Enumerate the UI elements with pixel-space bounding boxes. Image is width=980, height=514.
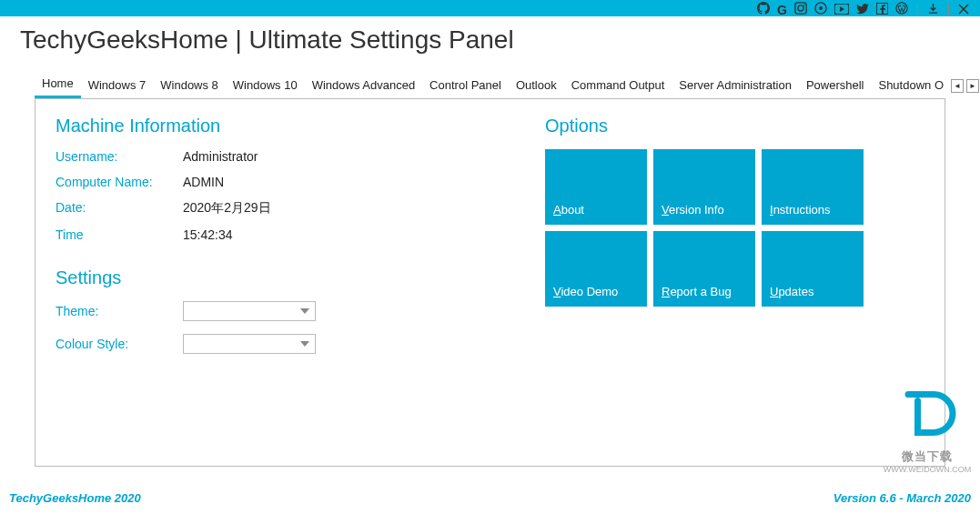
machine-info-heading: Machine Information: [56, 116, 510, 136]
app-title: TechyGeeksHome | Ultimate Settings Panel: [20, 25, 980, 55]
wordpress-icon[interactable]: [895, 2, 908, 17]
computer-label: Computer Name:: [56, 175, 183, 189]
settings-section: Settings Theme: Colour Style:: [56, 267, 510, 354]
tile-label: About: [553, 203, 584, 217]
main-panel: Machine Information Username: Administra…: [35, 98, 945, 467]
username-value: Administrator: [183, 149, 258, 164]
tile-label: Instructions: [770, 203, 831, 217]
tab-outlook[interactable]: Outlook: [509, 75, 564, 97]
tile-label: Report a Bug: [662, 285, 732, 298]
footer-right: Version 6.6 - March 2020: [834, 491, 971, 505]
pinterest-icon[interactable]: [814, 2, 827, 17]
google-icon[interactable]: G: [777, 3, 787, 17]
colour-row: Colour Style:: [56, 334, 510, 354]
svg-point-1: [798, 5, 803, 11]
top-icon-row: G: [757, 2, 975, 17]
download-icon[interactable]: [927, 3, 939, 17]
tab-powershell[interactable]: Powershell: [799, 75, 872, 97]
date-row: Date: 2020年2月29日: [56, 200, 510, 217]
chevron-down-icon: [300, 341, 309, 347]
colour-label: Colour Style:: [56, 337, 183, 351]
tab-windows7[interactable]: Windows 7: [81, 75, 154, 97]
options-tiles: About Version Info Instructions Video De…: [545, 149, 873, 307]
theme-label: Theme:: [56, 304, 183, 318]
tile-label: Version Info: [662, 203, 724, 217]
settings-heading: Settings: [56, 267, 510, 288]
tab-strip: Home Windows 7 Windows 8 Windows 10 Wind…: [35, 73, 945, 98]
tile-label: Updates: [770, 285, 813, 298]
date-value: 2020年2月29日: [183, 200, 271, 217]
computer-row: Computer Name: ADMIN: [56, 175, 510, 189]
computer-value: ADMIN: [183, 175, 224, 189]
svg-point-2: [803, 5, 805, 6]
footer-left: TechyGeeksHome 2020: [9, 491, 141, 505]
tab-control-panel[interactable]: Control Panel: [422, 75, 509, 97]
instagram-icon[interactable]: [794, 2, 807, 17]
svg-point-4: [819, 6, 823, 10]
left-column: Machine Information Username: Administra…: [56, 116, 510, 367]
time-label: Time: [56, 227, 183, 242]
twitter-icon[interactable]: [856, 3, 869, 17]
separator: [917, 4, 918, 16]
tab-windows-advanced[interactable]: Windows Advanced: [305, 75, 422, 97]
github-icon[interactable]: [757, 2, 770, 17]
username-row: Username: Administrator: [56, 149, 510, 164]
tab-scroll-left[interactable]: ◄: [951, 79, 964, 93]
youtube-icon[interactable]: [834, 3, 849, 17]
colour-dropdown[interactable]: [183, 334, 316, 354]
tile-about[interactable]: About: [545, 149, 647, 225]
tab-command-output[interactable]: Command Output: [564, 75, 672, 97]
time-value: 15:42:34: [183, 227, 233, 242]
chevron-down-icon: [300, 308, 309, 314]
tile-label: Video Demo: [553, 285, 618, 298]
tab-windows10[interactable]: Windows 10: [226, 75, 305, 97]
right-column: Options About Version Info Instructions …: [545, 116, 873, 307]
tab-server-admin[interactable]: Server Administration: [672, 75, 799, 97]
facebook-icon[interactable]: [876, 3, 888, 17]
tab-windows8[interactable]: Windows 8: [153, 75, 226, 97]
tile-version-info[interactable]: Version Info: [653, 149, 755, 225]
footer: TechyGeeksHome 2020 Version 6.6 - March …: [9, 491, 971, 505]
title-area: TechyGeeksHome | Ultimate Settings Panel: [0, 16, 980, 64]
tab-scroll-right[interactable]: ►: [966, 79, 979, 93]
time-row: Time 15:42:34: [56, 227, 510, 242]
close-icon[interactable]: [958, 3, 969, 17]
svg-rect-0: [795, 3, 806, 14]
theme-row: Theme:: [56, 301, 510, 321]
tile-instructions[interactable]: Instructions: [762, 149, 864, 225]
theme-dropdown[interactable]: [183, 301, 316, 321]
tile-report-bug[interactable]: Report a Bug: [653, 231, 755, 307]
username-label: Username:: [56, 149, 183, 164]
separator: [948, 4, 949, 16]
tab-home[interactable]: Home: [35, 73, 81, 98]
tile-updates[interactable]: Updates: [762, 231, 864, 307]
tab-scroll-controls: ◄ ►: [951, 79, 979, 93]
tile-video-demo[interactable]: Video Demo: [545, 231, 647, 307]
date-label: Date:: [56, 200, 183, 217]
tab-shutdown[interactable]: Shutdown O: [871, 75, 951, 97]
options-heading: Options: [545, 116, 873, 136]
